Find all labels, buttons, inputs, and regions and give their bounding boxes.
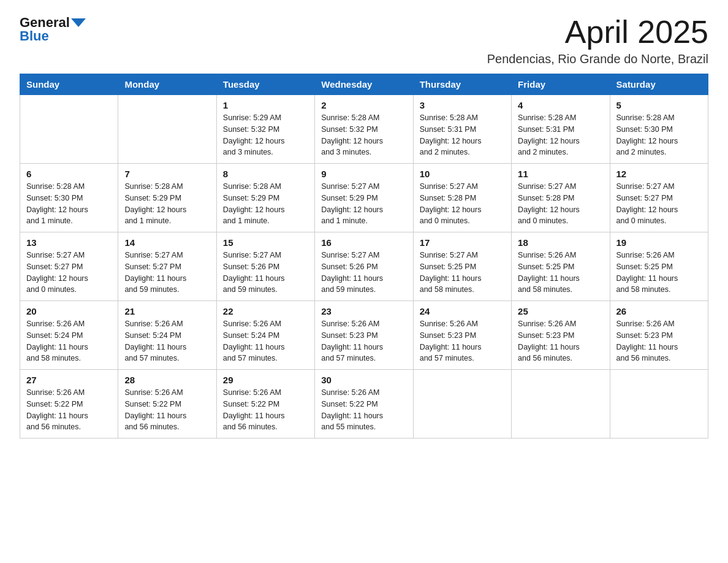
calendar-cell: 21Sunrise: 5:26 AMSunset: 5:24 PMDayligh… (118, 301, 216, 370)
calendar-cell: 8Sunrise: 5:28 AMSunset: 5:29 PMDaylight… (216, 164, 314, 232)
calendar-cell (20, 95, 118, 164)
calendar-cell: 10Sunrise: 5:27 AMSunset: 5:28 PMDayligh… (413, 164, 511, 232)
day-info: Sunrise: 5:28 AMSunset: 5:32 PMDaylight:… (321, 112, 406, 158)
weekday-header-tuesday: Tuesday (216, 74, 314, 95)
calendar-cell: 1Sunrise: 5:29 AMSunset: 5:32 PMDaylight… (216, 95, 314, 164)
day-number: 25 (518, 306, 603, 316)
calendar-cell (413, 370, 511, 439)
day-info: Sunrise: 5:28 AMSunset: 5:30 PMDaylight:… (616, 112, 702, 158)
weekday-header-friday: Friday (512, 74, 610, 95)
calendar-cell: 12Sunrise: 5:27 AMSunset: 5:27 PMDayligh… (610, 164, 708, 232)
logo-blue: Blue (20, 28, 49, 44)
calendar-cell (118, 95, 216, 164)
day-number: 5 (616, 100, 702, 110)
day-info: Sunrise: 5:26 AMSunset: 5:25 PMDaylight:… (518, 250, 603, 296)
day-number: 22 (223, 306, 308, 316)
day-info: Sunrise: 5:28 AMSunset: 5:31 PMDaylight:… (518, 112, 603, 158)
calendar-cell: 23Sunrise: 5:26 AMSunset: 5:23 PMDayligh… (315, 301, 413, 370)
day-info: Sunrise: 5:26 AMSunset: 5:22 PMDaylight:… (124, 387, 210, 433)
day-info: Sunrise: 5:26 AMSunset: 5:24 PMDaylight:… (223, 318, 308, 364)
day-info: Sunrise: 5:26 AMSunset: 5:22 PMDaylight:… (223, 387, 308, 433)
calendar-cell: 2Sunrise: 5:28 AMSunset: 5:32 PMDaylight… (315, 95, 413, 164)
calendar-cell (610, 370, 708, 439)
calendar-table: SundayMondayTuesdayWednesdayThursdayFrid… (20, 74, 708, 439)
calendar-cell: 25Sunrise: 5:26 AMSunset: 5:23 PMDayligh… (512, 301, 610, 370)
day-number: 8 (223, 169, 308, 179)
calendar-cell: 29Sunrise: 5:26 AMSunset: 5:22 PMDayligh… (216, 370, 314, 439)
day-info: Sunrise: 5:28 AMSunset: 5:30 PMDaylight:… (26, 181, 112, 227)
day-number: 15 (223, 237, 308, 248)
day-number: 11 (518, 169, 603, 179)
day-number: 6 (26, 169, 112, 179)
day-number: 4 (518, 100, 603, 110)
day-info: Sunrise: 5:27 AMSunset: 5:28 PMDaylight:… (518, 181, 603, 227)
calendar-cell: 11Sunrise: 5:27 AMSunset: 5:28 PMDayligh… (512, 164, 610, 232)
weekday-header-monday: Monday (118, 74, 216, 95)
day-info: Sunrise: 5:27 AMSunset: 5:26 PMDaylight:… (321, 250, 406, 296)
day-info: Sunrise: 5:27 AMSunset: 5:27 PMDaylight:… (616, 181, 702, 227)
day-number: 1 (223, 100, 308, 110)
day-number: 23 (321, 306, 406, 316)
day-info: Sunrise: 5:26 AMSunset: 5:24 PMDaylight:… (124, 318, 210, 364)
month-title: April 2025 (487, 15, 708, 50)
day-info: Sunrise: 5:27 AMSunset: 5:28 PMDaylight:… (420, 181, 505, 227)
calendar-cell: 13Sunrise: 5:27 AMSunset: 5:27 PMDayligh… (20, 232, 118, 301)
calendar-week-row: 6Sunrise: 5:28 AMSunset: 5:30 PMDaylight… (20, 164, 708, 232)
calendar-cell: 17Sunrise: 5:27 AMSunset: 5:25 PMDayligh… (413, 232, 511, 301)
calendar-cell: 20Sunrise: 5:26 AMSunset: 5:24 PMDayligh… (20, 301, 118, 370)
weekday-header-sunday: Sunday (20, 74, 118, 95)
day-number: 17 (420, 237, 505, 248)
logo: General Blue (20, 15, 86, 44)
calendar-cell: 22Sunrise: 5:26 AMSunset: 5:24 PMDayligh… (216, 301, 314, 370)
day-info: Sunrise: 5:26 AMSunset: 5:22 PMDaylight:… (26, 387, 112, 433)
calendar-week-row: 1Sunrise: 5:29 AMSunset: 5:32 PMDaylight… (20, 95, 708, 164)
calendar-cell: 30Sunrise: 5:26 AMSunset: 5:22 PMDayligh… (315, 370, 413, 439)
location-title: Pendencias, Rio Grande do Norte, Brazil (487, 52, 708, 66)
calendar-header-row: SundayMondayTuesdayWednesdayThursdayFrid… (20, 74, 708, 95)
day-number: 29 (223, 375, 308, 385)
day-info: Sunrise: 5:27 AMSunset: 5:26 PMDaylight:… (223, 250, 308, 296)
day-number: 26 (616, 306, 702, 316)
calendar-cell: 15Sunrise: 5:27 AMSunset: 5:26 PMDayligh… (216, 232, 314, 301)
weekday-header-thursday: Thursday (413, 74, 511, 95)
calendar-cell (512, 370, 610, 439)
calendar-cell: 14Sunrise: 5:27 AMSunset: 5:27 PMDayligh… (118, 232, 216, 301)
day-number: 30 (321, 375, 406, 385)
day-info: Sunrise: 5:29 AMSunset: 5:32 PMDaylight:… (223, 112, 308, 158)
calendar-week-row: 27Sunrise: 5:26 AMSunset: 5:22 PMDayligh… (20, 370, 708, 439)
calendar-cell: 19Sunrise: 5:26 AMSunset: 5:25 PMDayligh… (610, 232, 708, 301)
day-number: 10 (420, 169, 505, 179)
day-number: 9 (321, 169, 406, 179)
day-number: 7 (124, 169, 210, 179)
title-block: April 2025 Pendencias, Rio Grande do Nor… (487, 15, 708, 66)
calendar-cell: 5Sunrise: 5:28 AMSunset: 5:30 PMDaylight… (610, 95, 708, 164)
logo-arrow-icon (71, 18, 86, 27)
weekday-header-saturday: Saturday (610, 74, 708, 95)
calendar-week-row: 13Sunrise: 5:27 AMSunset: 5:27 PMDayligh… (20, 232, 708, 301)
calendar-cell: 24Sunrise: 5:26 AMSunset: 5:23 PMDayligh… (413, 301, 511, 370)
calendar-cell: 7Sunrise: 5:28 AMSunset: 5:29 PMDaylight… (118, 164, 216, 232)
calendar-cell: 6Sunrise: 5:28 AMSunset: 5:30 PMDaylight… (20, 164, 118, 232)
calendar-cell: 4Sunrise: 5:28 AMSunset: 5:31 PMDaylight… (512, 95, 610, 164)
day-info: Sunrise: 5:26 AMSunset: 5:23 PMDaylight:… (321, 318, 406, 364)
calendar-week-row: 20Sunrise: 5:26 AMSunset: 5:24 PMDayligh… (20, 301, 708, 370)
day-number: 13 (26, 237, 112, 248)
day-number: 12 (616, 169, 702, 179)
calendar-cell: 28Sunrise: 5:26 AMSunset: 5:22 PMDayligh… (118, 370, 216, 439)
weekday-header-wednesday: Wednesday (315, 74, 413, 95)
day-number: 16 (321, 237, 406, 248)
day-number: 20 (26, 306, 112, 316)
day-info: Sunrise: 5:27 AMSunset: 5:27 PMDaylight:… (124, 250, 210, 296)
day-number: 14 (124, 237, 210, 248)
day-info: Sunrise: 5:28 AMSunset: 5:29 PMDaylight:… (124, 181, 210, 227)
day-number: 19 (616, 237, 702, 248)
day-number: 3 (420, 100, 505, 110)
day-info: Sunrise: 5:26 AMSunset: 5:23 PMDaylight:… (616, 318, 702, 364)
day-info: Sunrise: 5:26 AMSunset: 5:23 PMDaylight:… (420, 318, 505, 364)
day-number: 21 (124, 306, 210, 316)
day-info: Sunrise: 5:26 AMSunset: 5:22 PMDaylight:… (321, 387, 406, 433)
day-info: Sunrise: 5:27 AMSunset: 5:29 PMDaylight:… (321, 181, 406, 227)
day-info: Sunrise: 5:28 AMSunset: 5:29 PMDaylight:… (223, 181, 308, 227)
calendar-cell: 26Sunrise: 5:26 AMSunset: 5:23 PMDayligh… (610, 301, 708, 370)
calendar-cell: 27Sunrise: 5:26 AMSunset: 5:22 PMDayligh… (20, 370, 118, 439)
